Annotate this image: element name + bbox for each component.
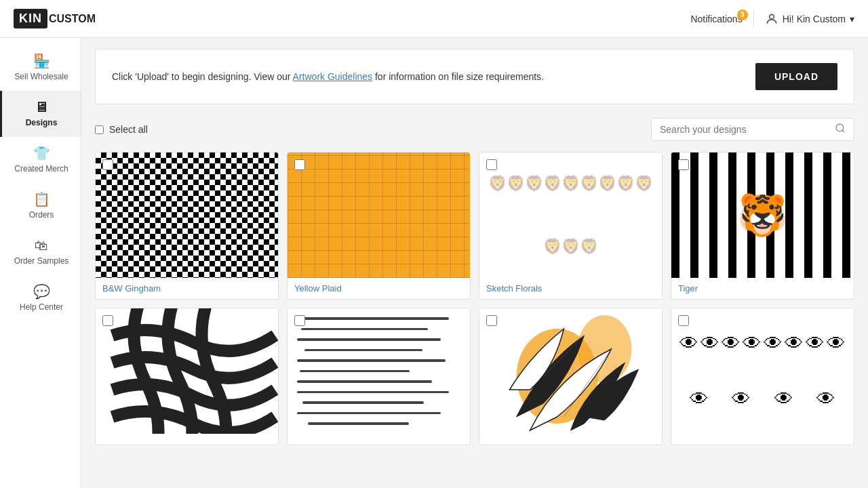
user-menu-button[interactable]: Hi! Kin Custom ▾	[765, 12, 854, 26]
sidebar-item-help-center-label: Help Center	[20, 302, 63, 312]
help-center-icon: 💬	[33, 285, 50, 298]
card-label-yellow-plaid: Yellow Plaid	[288, 278, 470, 299]
brush-line	[297, 412, 441, 414]
orders-icon: 📋	[33, 192, 50, 206]
floral-icon: 🦁	[561, 238, 580, 256]
sidebar-item-created-merch[interactable]: 👕 Created Merch	[0, 137, 81, 183]
brush-line	[302, 401, 424, 404]
brush-line	[304, 349, 422, 351]
card-checkbox-tropical[interactable]	[486, 315, 497, 326]
card-image-bw-gingham	[96, 152, 278, 278]
sidebar-item-designs[interactable]: 🖥 Designs	[0, 91, 81, 137]
card-image-tropical	[479, 308, 662, 434]
sidebar-item-orders[interactable]: 📋 Orders	[0, 183, 81, 229]
logo: KINCUSTOM	[14, 9, 96, 28]
notifications-button[interactable]: Notifications 3	[690, 14, 742, 24]
design-card-yellow-plaid[interactable]: Yellow Plaid	[287, 152, 471, 300]
card-label-eyes	[671, 434, 854, 445]
card-label-abstract	[96, 434, 278, 445]
header: KINCUSTOM Notifications 3 Hi! Kin Custom…	[0, 0, 868, 38]
eye-icon: 👁	[732, 386, 751, 412]
upload-text-after: for information on file size requirement…	[372, 71, 544, 82]
eye-icon: 👁	[764, 330, 783, 357]
tiger-pattern: 🐯	[671, 152, 854, 278]
logo-kin: KIN	[14, 9, 47, 28]
floral-icon: 🦁	[507, 175, 525, 192]
sidebar-item-order-samples[interactable]: 🛍 Order Samples	[0, 229, 81, 275]
search-icon	[835, 123, 846, 134]
card-checkbox-yellow-plaid[interactable]	[294, 159, 305, 170]
design-card-brush[interactable]	[287, 308, 471, 445]
floral-icon: 🦁	[580, 175, 598, 192]
design-card-sketch-florals[interactable]: 🦁 🦁 🦁 🦁 🦁 🦁 🦁 🦁 🦁 🦁 🦁 🦁 Sket	[479, 152, 663, 300]
brush-line	[308, 422, 409, 425]
card-image-sketch-florals: 🦁 🦁 🦁 🦁 🦁 🦁 🦁 🦁 🦁 🦁 🦁 🦁	[479, 152, 662, 278]
eyes-pattern: 👁 👁 👁 👁 👁 👁 👁 👁 👁 👁 👁 👁	[671, 308, 854, 434]
floral-icon: 🦁	[580, 238, 598, 256]
upload-button[interactable]: UPLOAD	[755, 63, 837, 90]
notifications-badge: 3	[737, 9, 748, 20]
user-icon	[765, 12, 778, 26]
card-checkbox-eyes[interactable]	[678, 315, 689, 326]
design-card-abstract[interactable]	[95, 308, 279, 445]
search-input[interactable]	[660, 124, 829, 135]
card-checkbox-brush[interactable]	[294, 315, 305, 326]
floral-icon: 🦁	[525, 175, 543, 192]
chevron-down-icon: ▾	[850, 14, 854, 24]
designs-icon: 🖥	[35, 100, 48, 114]
layout: 🏪 Sell Wholesale 🖥 Designs 👕 Created Mer…	[0, 38, 868, 488]
tropical-pattern	[479, 308, 662, 434]
order-samples-icon: 🛍	[35, 239, 48, 252]
abstract-pattern	[96, 308, 278, 434]
card-image-eyes: 👁 👁 👁 👁 👁 👁 👁 👁 👁 👁 👁 👁	[671, 308, 854, 434]
sidebar-item-orders-label: Orders	[29, 210, 54, 220]
brush-line	[297, 391, 449, 393]
floral-icon: 🦁	[543, 175, 561, 192]
eye-icon: 👁	[690, 386, 709, 412]
eye-icon: 👁	[701, 330, 719, 357]
card-label-tropical	[479, 434, 662, 445]
brush-line	[301, 328, 428, 330]
brush-line	[297, 359, 446, 362]
sell-wholesale-icon: 🏪	[33, 54, 50, 68]
card-image-abstract	[96, 308, 278, 434]
sidebar-item-created-merch-label: Created Merch	[14, 164, 68, 174]
card-checkbox-abstract[interactable]	[102, 315, 113, 326]
sidebar: 🏪 Sell Wholesale 🖥 Designs 👕 Created Mer…	[0, 38, 81, 488]
select-all-checkbox[interactable]	[95, 125, 104, 134]
gingham-pattern	[96, 152, 278, 278]
floral-icon: 🦁	[635, 175, 653, 192]
eye-icon: 👁	[816, 386, 835, 412]
design-card-tropical[interactable]	[479, 308, 663, 445]
controls-row: Select all	[95, 118, 854, 141]
card-checkbox-bw-gingham[interactable]	[102, 159, 113, 170]
card-checkbox-sketch-florals[interactable]	[486, 159, 497, 170]
eye-icon: 👁	[722, 330, 741, 357]
eye-icon: 👁	[774, 386, 793, 412]
card-checkbox-tiger[interactable]	[678, 159, 689, 170]
created-merch-icon: 👕	[33, 146, 50, 160]
design-card-eyes[interactable]: 👁 👁 👁 👁 👁 👁 👁 👁 👁 👁 👁 👁	[671, 308, 854, 445]
sidebar-item-order-samples-label: Order Samples	[14, 256, 69, 266]
card-label-sketch-florals: Sketch Florals	[479, 278, 662, 299]
card-label-bw-gingham: B&W Gingham	[96, 278, 278, 299]
sidebar-item-designs-label: Designs	[26, 118, 58, 127]
design-card-bw-gingham[interactable]: B&W Gingham	[95, 152, 279, 300]
select-all-label[interactable]: Select all	[95, 124, 148, 135]
sidebar-item-sell-wholesale[interactable]: 🏪 Sell Wholesale	[0, 45, 81, 91]
eye-icon: 👁	[679, 330, 698, 357]
upload-text-before: Click 'Upload' to begin designing. View …	[112, 71, 293, 82]
user-label: Hi! Kin Custom	[783, 14, 846, 24]
svg-point-0	[769, 14, 774, 19]
search-button[interactable]	[835, 123, 846, 136]
floral-icon: 🦁	[488, 175, 507, 192]
eye-icon: 👁	[785, 330, 804, 357]
sidebar-item-help-center[interactable]: 💬 Help Center	[0, 275, 81, 321]
abstract-svg	[96, 308, 278, 434]
artwork-guidelines-link[interactable]: Artwork Guidelines	[293, 71, 373, 82]
logo-custom: CUSTOM	[49, 13, 96, 25]
card-image-brush	[288, 308, 470, 434]
design-card-tiger[interactable]: 🐯 Tiger	[671, 152, 854, 300]
select-all-text: Select all	[109, 124, 148, 135]
floral-icon: 🦁	[543, 238, 561, 256]
